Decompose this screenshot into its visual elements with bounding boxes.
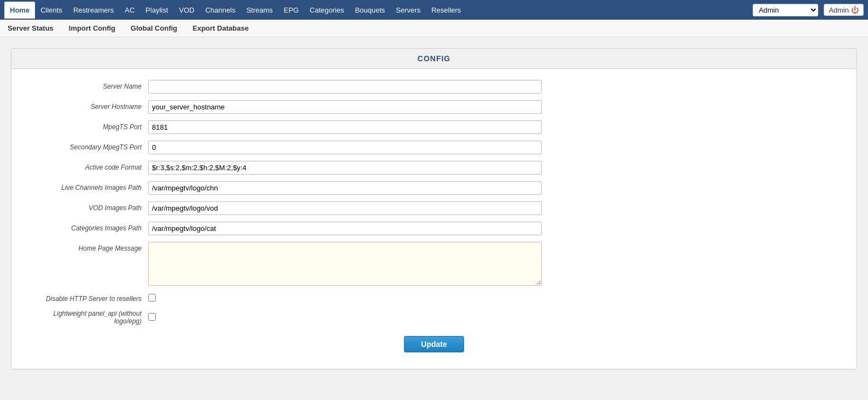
form-row-disable-http: Disable HTTP Server to resellers xyxy=(28,294,840,303)
label-lightweight-panel: Lightweight panel_api (without logo/epg) xyxy=(28,310,148,325)
label-server-name: Server Name xyxy=(28,80,148,90)
subnav-server-status[interactable]: Server Status xyxy=(5,21,56,36)
input-server-name[interactable] xyxy=(148,80,542,94)
nav-resellers[interactable]: Resellers xyxy=(426,2,466,19)
nav-bouquets[interactable]: Bouquets xyxy=(349,2,390,19)
control-disable-http xyxy=(148,294,542,303)
form-row-active-code-format: Active code Format xyxy=(28,161,840,175)
admin-dropdown[interactable]: Admin xyxy=(753,4,818,16)
nav-channels[interactable]: Channels xyxy=(200,2,241,19)
nav-home[interactable]: Home xyxy=(4,2,35,19)
form-row-mpegts-port: MpegTS Port xyxy=(28,120,840,134)
subnav-export-database[interactable]: Export Database xyxy=(190,21,251,36)
config-panel: CONFIG Server Name Server Hostname MpegT… xyxy=(11,48,857,369)
control-active-code-format xyxy=(148,161,542,175)
nav-servers[interactable]: Servers xyxy=(390,2,426,19)
nav-playlist[interactable]: Playlist xyxy=(140,2,173,19)
label-live-channels-images-path: Live Channels Images Path xyxy=(28,181,148,192)
top-nav: Home Clients Restreamers AC Playlist VOD… xyxy=(0,0,868,20)
form-row-secondary-mpegts-port: Secondary MpegTS Port xyxy=(28,141,840,154)
update-row: Update xyxy=(28,336,840,352)
input-active-code-format[interactable] xyxy=(148,161,542,175)
label-mpegts-port: MpegTS Port xyxy=(28,120,148,131)
update-button[interactable]: Update xyxy=(404,336,464,352)
label-home-page-message: Home Page Message xyxy=(28,242,148,252)
control-secondary-mpegts-port xyxy=(148,141,542,154)
control-mpegts-port xyxy=(148,120,542,134)
nav-categories[interactable]: Categories xyxy=(304,2,350,19)
nav-ac[interactable]: AC xyxy=(119,2,140,19)
form-row-lightweight-panel: Lightweight panel_api (without logo/epg) xyxy=(28,310,840,325)
label-secondary-mpegts-port: Secondary MpegTS Port xyxy=(28,141,148,151)
power-icon: ⏻ xyxy=(851,5,859,14)
main-content: CONFIG Server Name Server Hostname MpegT… xyxy=(0,37,868,380)
nav-vod[interactable]: VOD xyxy=(174,2,200,19)
form-row-live-channels-images-path: Live Channels Images Path xyxy=(28,181,840,195)
nav-streams[interactable]: Streams xyxy=(241,2,278,19)
label-vod-images-path: VOD Images Path xyxy=(28,201,148,212)
sub-nav: Server Status Import Config Global Confi… xyxy=(0,20,868,37)
checkbox-disable-http[interactable] xyxy=(148,294,156,302)
nav-clients[interactable]: Clients xyxy=(35,2,68,19)
admin-label: Admin xyxy=(829,6,849,14)
input-categories-images-path[interactable] xyxy=(148,222,542,235)
config-title: CONFIG xyxy=(11,49,857,69)
input-server-hostname[interactable] xyxy=(148,100,542,114)
input-vod-images-path[interactable] xyxy=(148,201,542,215)
subnav-global-config[interactable]: Global Config xyxy=(128,21,179,36)
control-categories-images-path xyxy=(148,222,542,235)
form-row-categories-images-path: Categories Images Path xyxy=(28,222,840,235)
nav-epg[interactable]: EPG xyxy=(278,2,304,19)
control-home-page-message xyxy=(148,242,542,287)
input-secondary-mpegts-port[interactable] xyxy=(148,141,542,154)
config-body: Server Name Server Hostname MpegTS Port xyxy=(11,69,857,369)
checkbox-lightweight-panel[interactable] xyxy=(148,313,156,321)
form-row-home-page-message: Home Page Message xyxy=(28,242,840,287)
label-active-code-format: Active code Format xyxy=(28,161,148,171)
control-vod-images-path xyxy=(148,201,542,215)
control-server-hostname xyxy=(148,100,542,114)
control-server-name xyxy=(148,80,542,94)
label-server-hostname: Server Hostname xyxy=(28,100,148,111)
control-lightweight-panel xyxy=(148,313,542,322)
power-button[interactable]: Admin ⏻ xyxy=(824,4,864,16)
nav-restreamers[interactable]: Restreamers xyxy=(68,2,119,19)
form-row-server-hostname: Server Hostname xyxy=(28,100,840,114)
label-categories-images-path: Categories Images Path xyxy=(28,222,148,232)
input-live-channels-images-path[interactable] xyxy=(148,181,542,195)
subnav-import-config[interactable]: Import Config xyxy=(67,21,118,36)
label-disable-http: Disable HTTP Server to resellers xyxy=(28,295,148,303)
textarea-home-page-message[interactable] xyxy=(148,242,542,286)
form-row-vod-images-path: VOD Images Path xyxy=(28,201,840,215)
input-mpegts-port[interactable] xyxy=(148,120,542,134)
form-row-server-name: Server Name xyxy=(28,80,840,94)
control-live-channels-images-path xyxy=(148,181,542,195)
